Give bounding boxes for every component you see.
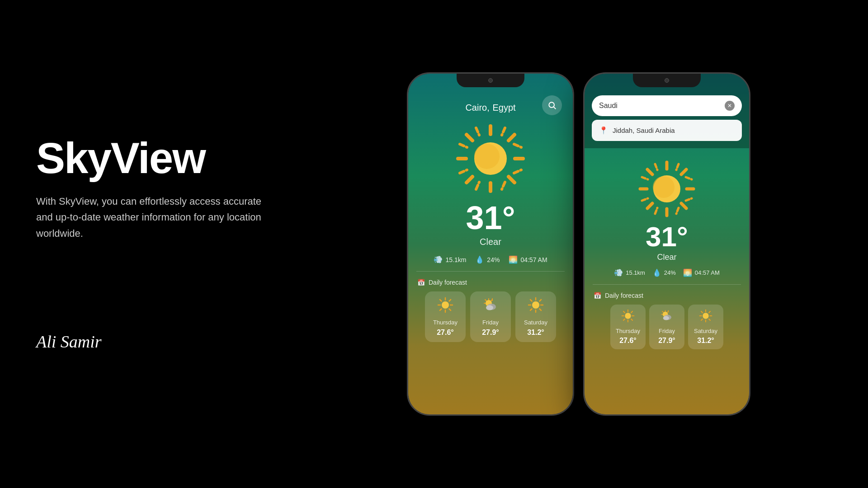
thursday-temp-2: 27.6° [619, 337, 637, 345]
weather-stats-2: 💨 15.1km 💧 24% 🌅 04:57 AM [607, 268, 727, 277]
app-title: SkyView [36, 136, 262, 180]
svg-point-28 [442, 301, 449, 309]
wind-icon: 💨 [434, 255, 443, 264]
svg-line-55 [676, 208, 679, 214]
svg-line-61 [676, 164, 679, 170]
svg-line-27 [440, 309, 442, 311]
search-button[interactable] [542, 95, 562, 115]
saturday-icon-1 [528, 297, 544, 316]
svg-point-36 [486, 305, 493, 310]
svg-line-75 [662, 311, 664, 313]
svg-line-69 [631, 319, 632, 320]
friday-temp-1: 27.9° [482, 328, 499, 337]
svg-line-44 [530, 309, 532, 311]
friday-icon-1 [482, 297, 499, 316]
svg-line-57 [686, 198, 692, 201]
saturday-day-2: Saturday [694, 328, 717, 334]
svg-line-50 [647, 169, 652, 174]
svg-line-41 [530, 300, 532, 301]
search-bar[interactable]: Saudi ✕ [592, 95, 742, 116]
svg-line-15 [514, 144, 521, 147]
humidity-stat-2: 💧 24% [652, 268, 676, 277]
svg-line-68 [623, 311, 625, 313]
svg-point-0 [549, 102, 554, 108]
temperature-2: 31° [646, 223, 688, 251]
city-name-1: Cairo, Egypt [465, 101, 515, 113]
calendar-icon-2: 📅 [594, 292, 601, 299]
phone-1: Cairo, Egypt [407, 72, 574, 416]
humidity-value: 24% [487, 256, 500, 263]
svg-line-54 [655, 164, 657, 170]
location-pin-icon: 📍 [599, 126, 608, 135]
cairo-screen: Cairo, Egypt [408, 74, 573, 414]
humidity-value-2: 24% [664, 269, 676, 276]
friday-day-1: Friday [482, 319, 499, 326]
weather-stats-1: 💨 15.1km 💧 24% 🌅 04:57 AM [425, 255, 556, 264]
author-signature: Ali Samir [36, 332, 262, 352]
svg-line-13 [514, 170, 521, 173]
svg-line-88 [701, 319, 703, 320]
search-result-item[interactable]: 📍 Jiddah, Saudi Arabia [592, 120, 742, 141]
svg-line-31 [485, 300, 486, 301]
svg-line-51 [681, 203, 686, 208]
forecast-friday-2: Friday 27.9° [649, 305, 684, 349]
forecast-friday-1: Friday 27.9° [470, 291, 511, 342]
friday-icon-2 [660, 309, 674, 325]
phones-container: Cairo, Egypt [289, 0, 868, 488]
wind-value-2: 15.1km [626, 269, 645, 276]
search-result-text: Jiddah, Saudi Arabia [613, 127, 675, 134]
wind-stat-2: 💨 15.1km [614, 268, 645, 277]
thursday-icon-1 [437, 297, 453, 316]
humidity-icon: 💧 [475, 255, 484, 264]
friday-temp-2: 27.9° [658, 337, 675, 345]
svg-line-70 [631, 311, 632, 313]
saturday-day-1: Saturday [524, 319, 547, 326]
sunrise-value-2: 04:57 AM [695, 269, 720, 276]
sunrise-icon-2: 🌅 [683, 268, 692, 277]
forecast-thursday-1: Thursday 27.6° [425, 291, 466, 342]
phone-screen-1: Cairo, Egypt [408, 74, 573, 414]
svg-line-14 [460, 170, 467, 173]
saturday-icon-2 [699, 309, 712, 325]
phone-screen-2: 31° Clear 💨 15.1km 💧 24% 🌅 [585, 74, 749, 414]
temperature-1: 31° [466, 202, 515, 234]
sun-icon-1 [454, 122, 527, 195]
svg-line-60 [655, 208, 657, 214]
svg-line-52 [681, 169, 686, 174]
search-clear-button[interactable]: ✕ [725, 101, 735, 111]
app-description: With SkyView, you can effortlessly acces… [36, 193, 262, 241]
thursday-icon-2 [621, 309, 635, 325]
left-panel: SkyView With SkyView, you can effortless… [0, 109, 289, 379]
svg-line-10 [476, 128, 479, 135]
svg-point-45 [532, 301, 539, 309]
saturday-temp-2: 31.2° [697, 337, 714, 345]
svg-point-72 [625, 313, 631, 319]
svg-line-11 [502, 182, 505, 189]
svg-line-25 [449, 309, 451, 311]
divider-1 [416, 271, 565, 272]
weather-desc-1: Clear [480, 237, 501, 247]
sunrise-icon: 🌅 [509, 255, 518, 264]
saturday-temp-1: 31.2° [527, 328, 544, 337]
svg-line-56 [642, 177, 648, 179]
svg-line-86 [709, 319, 710, 320]
svg-line-6 [467, 135, 472, 141]
svg-line-85 [701, 311, 703, 313]
svg-line-8 [509, 135, 514, 141]
forecast-cards-1: Thursday 27.6° [418, 291, 563, 342]
friday-day-2: Friday [659, 328, 675, 334]
sun-icon-2 [637, 160, 696, 218]
sunrise-stat: 🌅 04:57 AM [509, 255, 547, 264]
humidity-stat: 💧 24% [475, 255, 500, 264]
thursday-day-1: Thursday [433, 319, 458, 326]
svg-point-80 [663, 316, 669, 320]
svg-point-63 [653, 176, 675, 198]
forecast-thursday-2: Thursday 27.6° [610, 305, 646, 349]
daily-forecast-label-1: 📅 Daily forecast [408, 279, 467, 286]
svg-line-58 [642, 198, 648, 201]
svg-line-71 [623, 319, 625, 320]
svg-line-17 [502, 128, 505, 135]
svg-line-1 [554, 107, 556, 109]
svg-line-16 [476, 182, 479, 189]
search-input[interactable]: Saudi [599, 102, 720, 110]
